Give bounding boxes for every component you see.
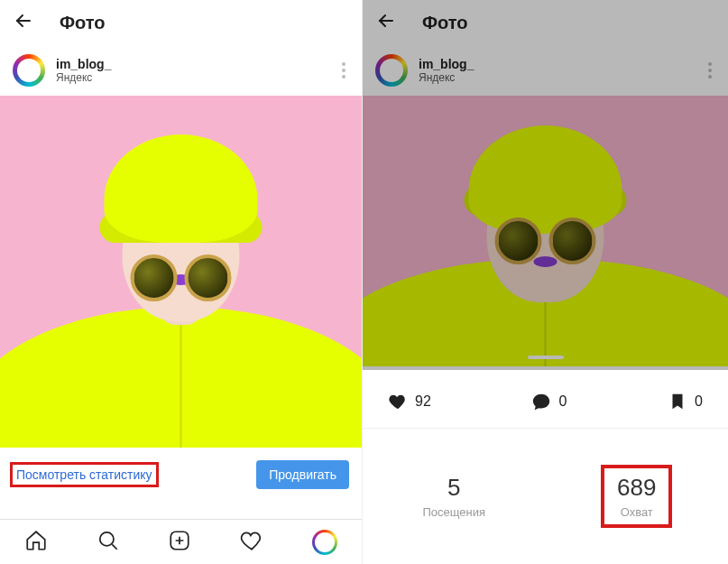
sheet-drag-handle[interactable] (528, 356, 564, 359)
back-arrow-icon[interactable] (13, 10, 34, 35)
avatar[interactable] (375, 54, 408, 87)
header: Фото (0, 0, 362, 45)
location: Яндекс (56, 71, 111, 84)
comments-count: 0 (558, 393, 567, 410)
phone-right: Фото im_blog_ Яндекс 92 0 (363, 0, 728, 564)
user-block[interactable]: im_blog_ Яндекс (419, 57, 474, 84)
new-post-icon[interactable] (168, 529, 191, 556)
photo-content (363, 109, 728, 366)
location: Яндекс (419, 71, 474, 84)
visits-count: 5 (447, 474, 460, 502)
user-block[interactable]: im_blog_ Яндекс (56, 57, 111, 84)
avatar[interactable] (13, 54, 45, 87)
phone-left: Фото im_blog_ Яндекс Посмотреть статисти… (0, 0, 363, 564)
bookmark-icon (668, 392, 687, 411)
heart-icon (388, 392, 408, 411)
engagement-row: 92 0 0 (363, 366, 728, 429)
saves-stat: 0 (668, 392, 703, 411)
visits-label: Посещения (422, 505, 485, 519)
saves-count: 0 (695, 393, 703, 410)
likes-stat: 92 (388, 392, 431, 411)
more-options-icon[interactable] (708, 62, 712, 79)
visits-stat: 5 Посещения (363, 429, 546, 564)
profile-ring-icon[interactable] (312, 530, 337, 555)
page-title: Фото (422, 13, 468, 33)
post-header: im_blog_ Яндекс (0, 45, 362, 96)
view-insights-link[interactable]: Посмотреть статистику (13, 465, 156, 485)
more-options-icon[interactable] (342, 62, 346, 79)
reach-stat: 689 Охват (546, 429, 729, 564)
svg-point-0 (99, 532, 113, 545)
likes-count: 92 (415, 393, 431, 410)
header: Фото (363, 0, 728, 45)
post-photo[interactable] (0, 96, 362, 448)
post-header: im_blog_ Яндекс (363, 45, 728, 96)
reach-count: 689 (617, 474, 656, 502)
comments-stat: 0 (531, 392, 567, 411)
insights-bar: Посмотреть статистику Продвигать (0, 448, 362, 502)
page-title: Фото (60, 13, 106, 33)
back-arrow-icon[interactable] (375, 10, 397, 35)
bottom-nav (0, 519, 362, 564)
reach-label: Охват (621, 505, 653, 519)
activity-heart-icon[interactable] (240, 529, 263, 556)
username: im_blog_ (419, 57, 474, 71)
photo-content (0, 114, 362, 448)
search-icon[interactable] (97, 529, 120, 556)
post-photo[interactable] (363, 96, 728, 366)
home-icon[interactable] (24, 529, 48, 556)
username: im_blog_ (56, 57, 111, 71)
stats-row: 5 Посещения 689 Охват (363, 429, 728, 564)
comment-icon (531, 392, 551, 411)
promote-button[interactable]: Продвигать (256, 460, 349, 489)
